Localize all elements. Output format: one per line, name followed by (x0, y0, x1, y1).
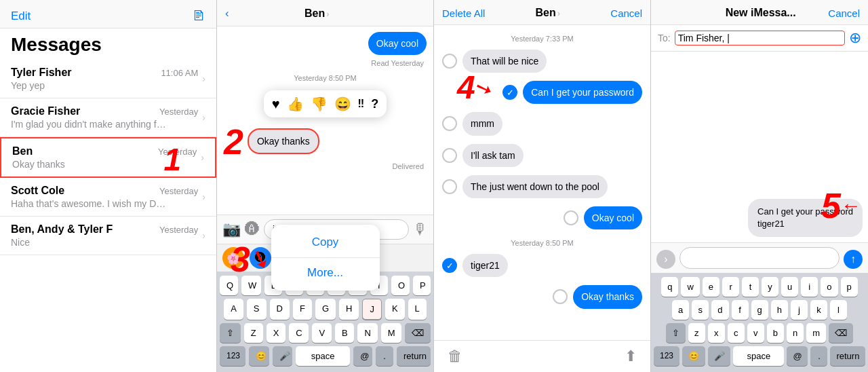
key-c[interactable]: c (728, 323, 745, 343)
select-row[interactable]: ✓ tiger21 (437, 251, 648, 280)
key-m[interactable]: M (381, 323, 402, 343)
key-l[interactable]: L (408, 299, 427, 320)
appclips-icon[interactable]: 🅐 (250, 247, 271, 269)
select-circle-checked[interactable]: ✓ (502, 85, 517, 100)
select-row[interactable]: Okay thanks (437, 282, 648, 311)
key-shift[interactable]: ⇧ (666, 323, 686, 343)
select-circle[interactable] (553, 289, 568, 304)
key-m[interactable]: m (806, 323, 826, 343)
key-space[interactable]: space (296, 346, 350, 366)
key-delete[interactable]: ⌫ (405, 323, 431, 343)
key-emoji[interactable]: 😊 (249, 346, 269, 366)
key-s[interactable]: s (692, 300, 709, 320)
key-i[interactable]: i (801, 277, 818, 297)
share-icon[interactable]: ⬆ (625, 348, 637, 365)
key-g[interactable]: g (751, 300, 768, 320)
key-numbers[interactable]: 123 (220, 346, 245, 366)
select-circle[interactable] (442, 116, 457, 131)
select-circle[interactable] (442, 54, 457, 69)
to-input[interactable] (675, 31, 845, 45)
key-q[interactable]: q (661, 277, 678, 297)
key-r[interactable]: r (722, 277, 739, 297)
key-delete[interactable]: ⌫ (829, 323, 853, 343)
key-z[interactable]: z (688, 323, 705, 343)
key-l[interactable]: l (830, 300, 847, 320)
select-row[interactable]: That will be nice (437, 47, 648, 75)
key-n[interactable]: N (357, 323, 377, 343)
key-j[interactable]: j (791, 300, 808, 320)
key-emoji[interactable]: 😊 (682, 346, 705, 366)
select-row[interactable]: Okay cool (437, 204, 648, 232)
key-z[interactable]: Z (244, 323, 263, 343)
key-b[interactable]: B (335, 323, 355, 343)
photos-icon[interactable]: 🌸 (222, 247, 244, 269)
key-e[interactable]: e (703, 277, 719, 297)
message-input[interactable] (679, 247, 840, 269)
expand-button[interactable]: › (656, 250, 675, 269)
delete-all-button[interactable]: Delete All (442, 7, 485, 19)
key-x[interactable]: x (708, 323, 725, 343)
copy-button[interactable]: Copy (271, 227, 380, 258)
key-a[interactable]: A (224, 299, 243, 320)
select-row[interactable]: mmm (437, 109, 648, 138)
key-return[interactable]: return (397, 346, 431, 366)
select-circle[interactable] (442, 148, 457, 163)
key-period[interactable]: . (810, 346, 827, 366)
key-g[interactable]: G (315, 299, 336, 320)
cancel-button[interactable]: Cancel (610, 7, 642, 19)
key-space[interactable]: space (733, 346, 784, 366)
key-u[interactable]: u (781, 277, 798, 297)
key-s[interactable]: S (247, 299, 267, 320)
list-item[interactable]: Scott Cole Yesterday Haha that's awesome… (0, 178, 216, 217)
camera-icon[interactable]: 📷 (222, 221, 241, 238)
key-q[interactable]: Q (220, 276, 238, 295)
list-item[interactable]: Ben, Andy & Tyler F Yesterday Nice › (0, 217, 216, 255)
key-numbers[interactable]: 123 (654, 346, 679, 366)
key-f[interactable]: f (732, 300, 749, 320)
key-shift[interactable]: ⇧ (220, 323, 241, 343)
key-return[interactable]: return (830, 346, 865, 366)
key-a[interactable]: a (672, 300, 689, 320)
laugh-reaction[interactable]: 😄 (334, 96, 351, 112)
heart-reaction[interactable]: ♥ (272, 96, 280, 112)
key-at[interactable]: @ (787, 346, 808, 366)
chat-contact[interactable]: Ben › (304, 7, 330, 20)
key-h[interactable]: H (339, 299, 359, 320)
key-b[interactable]: b (767, 323, 784, 343)
key-t[interactable]: t (742, 277, 759, 297)
select-row[interactable]: I'll ask tam (437, 141, 648, 170)
key-v[interactable]: v (747, 323, 764, 343)
key-p[interactable]: p (841, 277, 858, 297)
key-w[interactable]: W (241, 276, 261, 295)
key-mic[interactable]: 🎤 (708, 346, 731, 366)
compose-icon[interactable]: 🖹 (192, 8, 205, 24)
key-v[interactable]: V (312, 323, 332, 343)
trash-icon[interactable]: 🗑 (448, 348, 462, 365)
key-j[interactable]: J (362, 299, 382, 320)
select-circle[interactable] (564, 210, 578, 225)
add-contact-icon[interactable]: ⊕ (849, 29, 861, 47)
back-button[interactable]: ‹ (225, 7, 229, 20)
key-n[interactable]: n (787, 323, 804, 343)
select-circle[interactable] (442, 179, 457, 194)
question-reaction[interactable]: ? (371, 97, 378, 111)
send-button[interactable]: ↑ (844, 250, 863, 269)
key-k[interactable]: k (810, 300, 827, 320)
new-cancel-button[interactable]: Cancel (828, 7, 860, 19)
mic-icon[interactable]: 🎙 (413, 221, 428, 238)
key-d[interactable]: D (270, 299, 290, 320)
exclaim-reaction[interactable]: ‼ (358, 98, 365, 110)
key-mic[interactable]: 🎤 (273, 346, 293, 366)
thumbsdown-reaction[interactable]: 👎 (311, 96, 328, 112)
key-at[interactable]: @ (353, 346, 372, 366)
select-row[interactable]: Can I get your password ✓ (437, 78, 648, 107)
thumbsup-reaction[interactable]: 👍 (287, 96, 304, 112)
key-k[interactable]: K (385, 299, 405, 320)
list-item[interactable]: Gracie Fisher Yesterday I'm glad you did… (0, 98, 216, 137)
more-button[interactable]: More... (271, 258, 380, 288)
key-c[interactable]: C (289, 323, 309, 343)
key-f[interactable]: F (293, 299, 312, 320)
key-o[interactable]: O (391, 276, 410, 295)
list-item-ben[interactable]: Ben Yesterday Okay thanks › 1 (0, 137, 216, 178)
appstore-icon[interactable]: 🅐 (245, 221, 260, 238)
